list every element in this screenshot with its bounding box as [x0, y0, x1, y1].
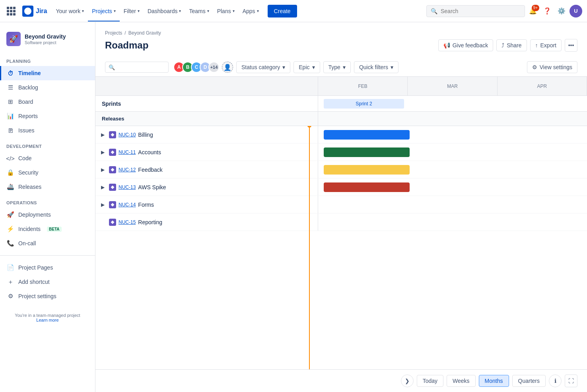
expand-button-nuc-12[interactable]: ▶	[99, 166, 107, 174]
board-icon: ⊞	[6, 98, 14, 106]
roadmap-search-input[interactable]	[117, 64, 165, 70]
timeline-back-button[interactable]: ❯	[401, 375, 414, 387]
grid-header-left	[95, 77, 318, 95]
chevron-down-icon: ▾	[257, 9, 259, 13]
search-box[interactable]: 🔍	[426, 5, 525, 17]
issue-summary-nuc-13: AWS Spike	[138, 184, 166, 190]
jira-logo[interactable]: Jira	[22, 6, 47, 17]
assignee-filter-icon[interactable]: 👤	[222, 62, 233, 73]
sidebar-label-project-pages: Project Pages	[18, 264, 53, 271]
months-button[interactable]: Months	[479, 375, 509, 387]
sidebar-item-on-call[interactable]: 📞 On-call	[0, 236, 95, 250]
sidebar-label-code: Code	[18, 155, 31, 161]
sidebar-item-add-shortcut[interactable]: ＋ Add shortcut	[0, 275, 95, 289]
gantt-bar-nuc-13[interactable]	[324, 182, 410, 192]
sidebar-item-deployments[interactable]: 🚀 Deployments	[0, 208, 95, 222]
app-switcher-button[interactable]	[5, 5, 17, 17]
releases-header-row: Releases	[95, 112, 587, 126]
code-icon: </>	[6, 154, 14, 162]
sidebar-item-releases[interactable]: 🚢 Releases	[0, 180, 95, 194]
export-button[interactable]: ↑ Export	[530, 39, 562, 51]
gantt-row-nuc-11: ▶ NUC-11 Accounts	[95, 144, 587, 161]
avatar-count[interactable]: +14	[208, 62, 220, 73]
nav-filter[interactable]: Filter ▾	[120, 5, 144, 17]
view-settings-button[interactable]: ⚙ View settings	[527, 61, 577, 73]
issue-key-nuc-14[interactable]: NUC-14	[119, 202, 136, 208]
issue-summary-nuc-12: Feedback	[138, 167, 162, 173]
gantt-rows: ▶ NUC-10 Billing ▶	[95, 126, 587, 369]
expand-button-nuc-10[interactable]: ▶	[99, 131, 107, 139]
weeks-button[interactable]: Weeks	[447, 375, 476, 387]
nav-plans[interactable]: Plans ▾	[213, 5, 239, 17]
epic-filter[interactable]: Epic ▾	[294, 61, 320, 73]
status-category-filter[interactable]: Status category ▾	[236, 61, 290, 73]
nav-projects[interactable]: Projects ▾	[88, 5, 120, 17]
expand-button-nuc-11[interactable]: ▶	[99, 148, 107, 156]
expand-button-nuc-14[interactable]: ▶	[99, 201, 107, 209]
gantt-bar-nuc-11[interactable]	[324, 147, 410, 157]
fullscreen-button[interactable]: ⛶	[565, 375, 577, 387]
create-button[interactable]: Create	[268, 5, 297, 17]
help-button[interactable]: ❓	[541, 5, 554, 17]
export-icon: ↑	[535, 42, 538, 49]
month-apr: APR	[498, 77, 587, 95]
page-header: Roadmap 📢 Give feedback ⤴ Share ↑ Export…	[95, 37, 587, 58]
nav-apps[interactable]: Apps ▾	[239, 5, 263, 17]
sprint-2-bar[interactable]: Sprint 2	[324, 99, 404, 109]
quick-filters[interactable]: Quick filters ▾	[354, 61, 398, 73]
sidebar-item-code[interactable]: </> Code	[0, 151, 95, 165]
notification-badge: 9+	[532, 5, 539, 11]
issue-key-nuc-10[interactable]: NUC-10	[119, 132, 136, 138]
main-content: Projects / Beyond Gravity Roadmap 📢 Give…	[95, 22, 587, 392]
gantt-row-right-nuc-12	[318, 161, 587, 178]
share-button[interactable]: ⤴ Share	[496, 39, 527, 51]
sidebar-item-board[interactable]: ⊞ Board	[0, 95, 95, 109]
search-icon: 🔍	[431, 8, 437, 14]
gantt-bar-nuc-10[interactable]	[324, 130, 410, 140]
issue-icon-nuc-14	[109, 201, 116, 208]
breadcrumb-projects-link[interactable]: Projects	[105, 30, 122, 36]
sidebar-item-timeline[interactable]: ⏱ Timeline	[0, 66, 95, 80]
nav-teams[interactable]: Teams ▾	[185, 5, 213, 17]
sidebar-item-incidents[interactable]: ⚡ Incidents BETA	[0, 222, 95, 236]
jira-logo-icon	[22, 6, 33, 17]
learn-more-link[interactable]: Learn more	[36, 318, 58, 322]
sidebar-item-project-pages[interactable]: 📄 Project Pages	[0, 260, 95, 275]
gantt-row-right-nuc-15	[318, 213, 587, 231]
more-options-button[interactable]: •••	[565, 39, 577, 52]
chevron-down-icon: ▾	[82, 9, 84, 13]
notifications-button[interactable]: 🔔 9+	[527, 5, 539, 17]
give-feedback-button[interactable]: 📢 Give feedback	[438, 39, 494, 51]
nav-dashboards[interactable]: Dashboards ▾	[144, 5, 185, 17]
today-button[interactable]: Today	[417, 375, 443, 387]
sidebar-label-security: Security	[18, 169, 39, 176]
quarters-button[interactable]: Quarters	[512, 375, 546, 387]
breadcrumb-beyond-gravity-link[interactable]: Beyond Gravity	[128, 30, 161, 36]
sidebar-item-security[interactable]: 🔒 Security	[0, 165, 95, 180]
settings-button[interactable]: ⚙️	[555, 5, 568, 17]
search-input[interactable]	[441, 8, 521, 14]
sidebar-label-timeline: Timeline	[18, 70, 41, 76]
chevron-down-icon: ▾	[138, 9, 140, 13]
issue-key-nuc-15[interactable]: NUC-15	[119, 219, 136, 225]
info-button[interactable]: ℹ	[549, 375, 562, 387]
roadmap-search-field[interactable]: 🔍	[105, 62, 169, 73]
top-navigation: Jira Your work ▾ Projects ▾ Filter ▾ Das…	[0, 0, 587, 22]
nav-your-work[interactable]: Your work ▾	[52, 5, 88, 17]
sidebar-item-issues[interactable]: 🖹 Issues	[0, 123, 95, 138]
gantt-bar-nuc-12[interactable]	[324, 165, 410, 175]
planning-section-label: PLANNING	[0, 52, 95, 66]
user-avatar[interactable]: U	[570, 5, 582, 17]
sidebar-item-backlog[interactable]: ☰ Backlog	[0, 80, 95, 95]
search-field-icon: 🔍	[109, 64, 115, 70]
issue-key-nuc-13[interactable]: NUC-13	[119, 184, 136, 190]
grid-header-months: FEB MAR APR	[318, 77, 587, 95]
sidebar-item-project-settings[interactable]: ⚙ Project settings	[0, 289, 95, 303]
sidebar-item-reports[interactable]: 📊 Reports	[0, 109, 95, 123]
expand-button-nuc-13[interactable]: ▶	[99, 183, 107, 191]
issue-key-nuc-12[interactable]: NUC-12	[119, 167, 136, 173]
issue-key-nuc-11[interactable]: NUC-11	[119, 149, 136, 155]
gantt-row-left-nuc-12: ▶ NUC-12 Feedback	[95, 161, 318, 178]
timeline-icon: ⏱	[6, 69, 14, 77]
type-filter[interactable]: Type ▾	[323, 61, 351, 73]
